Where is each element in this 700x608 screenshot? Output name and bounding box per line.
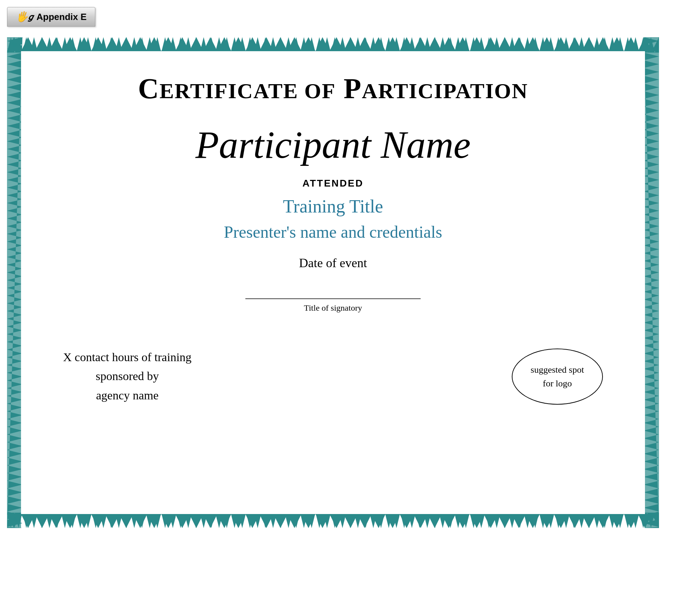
svg-rect-7 (7, 513, 659, 528)
svg-rect-4 (7, 37, 21, 528)
appendix-label: Appendix E (36, 12, 87, 22)
signature-label: Title of signatory (304, 303, 362, 313)
svg-rect-6 (7, 37, 659, 53)
appendix-icon: 🖐𝘨 (16, 11, 33, 23)
appendix-tab: 🖐𝘨 Appendix E (7, 7, 95, 27)
bottom-row: X contact hours of training sponsored by… (49, 348, 617, 405)
contact-hours-line1: X contact hours of training (63, 351, 191, 364)
svg-rect-5 (645, 37, 659, 528)
attended-label: ATTENDED (303, 178, 363, 189)
logo-spot: suggested spot for logo (512, 349, 603, 405)
svg-rect-3 (7, 514, 659, 528)
svg-rect-9 (644, 37, 659, 528)
logo-spot-line2: for logo (543, 378, 572, 389)
participant-name: Participant Name (195, 123, 470, 167)
certificate-title: CERTIFICATE OF PARTICIPATION (138, 72, 528, 105)
contact-hours: X contact hours of training sponsored by… (63, 348, 191, 405)
contact-hours-line2: sponsored by (96, 370, 159, 383)
contact-hours-line3: agency name (96, 389, 158, 402)
logo-spot-line1: suggested spot (531, 365, 584, 375)
svg-rect-8 (7, 37, 22, 528)
certificate-content: CERTIFICATE OF PARTICIPATION Participant… (21, 51, 645, 514)
svg-rect-2 (7, 37, 659, 51)
signature-area: Title of signatory (245, 298, 421, 313)
signature-line (245, 298, 421, 299)
presenter-name: Presenter's name and credentials (224, 222, 442, 242)
certificate-container: CERTIFICATE OF PARTICIPATION Participant… (7, 37, 659, 528)
date-of-event: Date of event (299, 256, 367, 270)
training-title: Training Title (283, 196, 383, 217)
